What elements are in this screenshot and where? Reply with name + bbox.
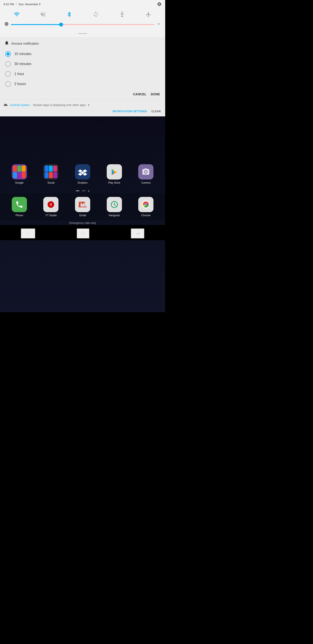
snooze-option-2hours[interactable]: 2 hours [4,79,161,89]
ytstudio-icon [43,197,58,212]
snooze-bell-icon [4,40,9,46]
android-system-notification: Android System Navbar Apps is displaying… [0,100,165,116]
drag-handle [0,30,165,37]
page-indicator [0,189,165,194]
app-grid-row1: Google Social D [0,160,165,189]
page-dot-lines [76,190,79,191]
quick-icons-row [3,10,162,19]
snooze-actions: CANCEL DONE [4,89,161,100]
notif-actions: NOTIFICATION SETTINGS CLEAR [3,108,162,116]
radio-1hour [5,71,11,77]
snooze-label-15min: 15 minutes [14,52,31,56]
notif-chevron-icon[interactable]: ▾ [88,103,89,106]
brightness-thumb [59,23,63,26]
social-icon [43,164,58,180]
recents-button[interactable]: ⇥ [131,228,144,238]
chrome-icon [138,197,153,212]
android-app-name: Android System [10,103,30,106]
bottom-dock: Phone YT Studio Gmail [0,194,165,220]
notification-settings-button[interactable]: NOTIFICATION SETTINGS [113,110,147,113]
hangouts-icon [107,197,122,212]
phone-icon [12,197,27,212]
bluetooth-icon[interactable] [65,10,74,19]
app-phone-label: Phone [15,214,23,217]
snooze-label-30min: 30 minutes [14,62,31,66]
cancel-button[interactable]: CANCEL [133,92,146,96]
snooze-title: Snooze notification [11,42,39,45]
svg-rect-0 [78,33,87,34]
snooze-panel: Snooze notification 15 minutes 30 minute… [0,37,165,100]
app-dropbox-label: Dropbox [78,181,87,184]
app-gmail-label: Gmail [79,214,86,217]
app-ytstudio-label: YT Studio [45,214,56,217]
home-screen: Google Social D [0,116,165,312]
date: Sun, November 5 [18,2,40,6]
status-time-date: 9:32 PM Sun, November 5 [3,2,41,6]
snooze-option-15min[interactable]: 15 minutes [4,49,161,59]
clear-button[interactable]: CLEAR [151,110,161,113]
brightness-track [11,24,154,25]
status-divider [16,2,16,6]
page-dot-circle [88,190,89,192]
snooze-option-1hour[interactable]: 1 hour [4,69,161,79]
app-phone[interactable]: Phone [12,197,27,217]
app-chrome-label: Chrome [141,214,151,217]
wifi-icon[interactable] [12,10,21,19]
app-hangouts[interactable]: Hangouts [107,197,122,217]
app-chrome[interactable]: Chrome [138,197,153,217]
back-button[interactable]: ← [21,228,35,238]
app-google-label: Google [15,181,23,184]
sync-icon[interactable] [91,10,100,19]
svg-point-10 [145,204,147,206]
app-dropbox[interactable]: Dropbox [75,164,90,184]
brightness-icon [4,22,9,27]
app-social-label: Social [47,181,54,184]
settings-icon [157,2,162,6]
quick-settings [0,8,165,30]
app-google[interactable]: Google [12,164,27,184]
app-hangouts-label: Hangouts [109,214,120,217]
app-camera-label: Camera [141,181,151,184]
gmail-icon [75,197,90,212]
snooze-options: 15 minutes 30 minutes 1 hour 2 hours [4,49,161,89]
android-notif-message: Navbar Apps is displaying over other app… [33,103,86,106]
snooze-option-30min[interactable]: 30 minutes [4,59,161,69]
airplane-icon[interactable] [144,10,153,19]
brightness-row [3,21,162,29]
radio-2hours [5,81,11,87]
status-bar: 9:32 PM Sun, November 5 [0,0,165,8]
camera-icon [138,164,153,180]
android-notif-row: Android System Navbar Apps is displaying… [3,102,162,108]
snooze-header: Snooze notification [4,40,161,46]
home-button[interactable]: □ [77,228,89,238]
flashlight-icon[interactable] [118,10,126,19]
app-playstore[interactable]: Play Store [107,164,122,184]
android-system-icon [3,102,8,108]
dropbox-icon [75,164,90,180]
radio-15min [5,51,11,57]
app-camera[interactable]: Camera [138,164,153,184]
snooze-label-2hours: 2 hours [14,82,26,86]
done-button[interactable]: DONE [151,92,160,96]
nav-bar: ← □ ⇥ [0,225,165,240]
chevron-down-icon[interactable] [156,22,161,27]
app-playstore-label: Play Store [108,181,120,184]
mute-icon[interactable] [39,10,47,19]
time: 9:32 PM [3,2,14,6]
snooze-label-1hour: 1 hour [14,72,24,76]
app-social[interactable]: Social [43,164,58,184]
radio-30min [5,61,11,67]
google-icon [12,164,27,180]
app-gmail[interactable]: Gmail [75,197,90,217]
playstore-icon [107,164,122,180]
status-icons [157,2,162,6]
app-ytstudio[interactable]: YT Studio [43,197,58,217]
emergency-calls-text: Emergency calls only [0,220,165,225]
brightness-slider[interactable] [11,24,154,25]
page-dot-home [82,190,85,191]
